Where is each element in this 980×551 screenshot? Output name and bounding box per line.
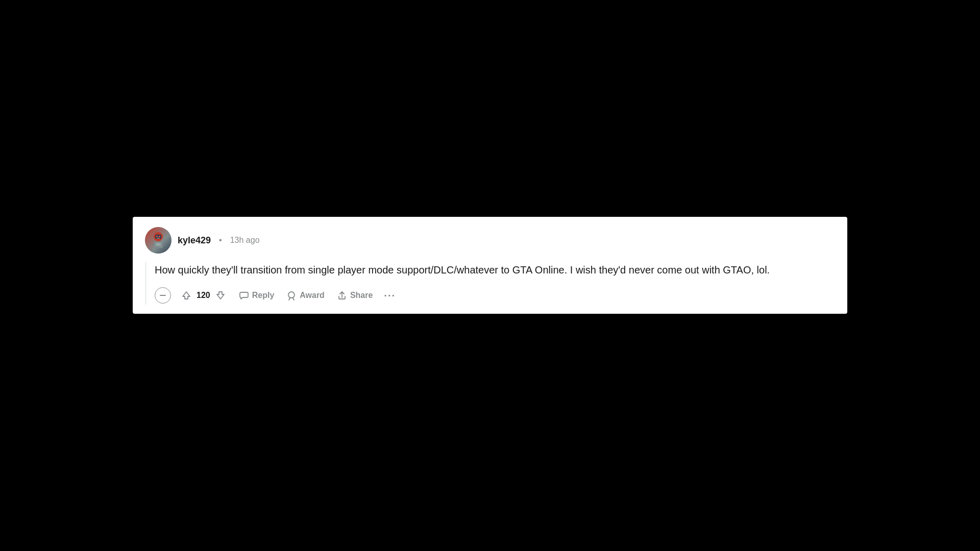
reply-icon [239, 290, 249, 300]
vote-section: 120 [175, 286, 232, 305]
share-button[interactable]: Share [332, 287, 378, 304]
collapse-button[interactable] [155, 287, 171, 304]
svg-rect-4 [157, 238, 160, 239]
award-button[interactable]: Award [281, 287, 330, 304]
svg-rect-6 [156, 243, 161, 246]
upvote-button[interactable] [179, 288, 193, 303]
vote-count: 120 [197, 291, 210, 300]
more-button[interactable]: ··· [380, 288, 400, 304]
avatar-svg [149, 231, 168, 250]
avatar [145, 227, 172, 254]
downvote-button[interactable] [213, 288, 228, 303]
username[interactable]: kyle429 [178, 235, 211, 246]
award-icon [286, 290, 297, 300]
more-dots: ··· [384, 290, 396, 301]
upvote-icon [181, 290, 191, 300]
minus-icon [159, 292, 166, 299]
svg-rect-3 [159, 236, 160, 237]
share-label: Share [350, 291, 373, 300]
comment-text: How quickly they'll transition from sing… [155, 262, 835, 278]
reply-label: Reply [252, 291, 275, 300]
dot-separator: • [219, 236, 222, 245]
comment-content: How quickly they'll transition from sing… [155, 262, 835, 305]
downvote-icon [215, 290, 226, 300]
comment-body: How quickly they'll transition from sing… [145, 262, 835, 305]
comment-header: kyle429 • 13h ago [145, 227, 835, 254]
award-label: Award [300, 291, 325, 300]
comment-actions: 120 Reply [155, 286, 835, 305]
svg-point-8 [288, 292, 295, 298]
svg-rect-2 [156, 236, 158, 237]
share-icon [337, 290, 347, 300]
timestamp: 13h ago [230, 236, 260, 245]
thread-line [145, 262, 146, 305]
comment-card: kyle429 • 13h ago How quickly they'll tr… [133, 217, 847, 314]
avatar-image [145, 227, 172, 254]
reply-button[interactable]: Reply [234, 287, 280, 304]
